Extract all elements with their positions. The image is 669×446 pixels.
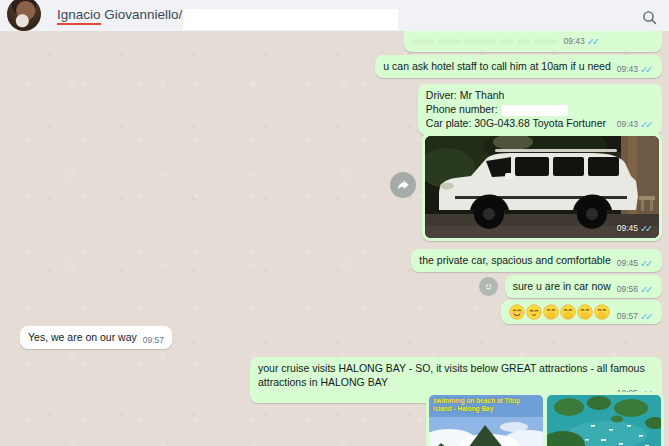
image-caption: swimming on beach at Titop Island - Halo…	[433, 397, 529, 413]
photo-album-message[interactable]: swimming on beach at Titop Island - Halo…	[426, 392, 664, 446]
message-bubble-outgoing[interactable]: sure u are in car now 09:56 ✓✓	[505, 275, 662, 298]
forward-button[interactable]	[390, 172, 416, 198]
message-text: the private car, spacious and comfortabl…	[419, 253, 610, 267]
message-bubble-driver-info[interactable]: Driver: Mr Thanh Phone number: Car plate…	[418, 84, 662, 135]
redacted-message-text: ····· ····· ······· ··· ··· ·····	[412, 34, 558, 48]
message-time: 09:57	[143, 333, 164, 347]
photo-timestamp: 09:45 ✓✓	[617, 221, 654, 235]
message-time: 09:56	[617, 282, 638, 296]
emoji-icon	[594, 304, 610, 320]
phone-line: Phone number:	[426, 102, 606, 116]
forward-arrow-icon	[395, 177, 411, 193]
message-time: 09:43	[617, 117, 638, 131]
bay-photo-illustration	[547, 395, 661, 446]
message-time: 09:43	[617, 62, 638, 76]
message-time: 09:57	[617, 309, 638, 323]
car-plate-line: Car plate: 30G-043.68 Toyota Fortuner	[426, 116, 606, 130]
emoji-icon	[543, 304, 559, 320]
album-image-halong-bay-aerial[interactable]	[547, 395, 661, 446]
car-photo[interactable]: 09:45 ✓✓	[425, 136, 659, 238]
message-time: 09:45	[617, 256, 638, 270]
message-text: u can ask hotel staff to call him at 10a…	[383, 59, 610, 73]
message-bubble-outgoing[interactable]: the private car, spacious and comfortabl…	[411, 249, 662, 272]
emoji-icon	[577, 304, 593, 320]
search-button[interactable]	[639, 7, 659, 27]
emoji-icon	[509, 304, 525, 320]
message-text: sure u are in car now	[513, 279, 611, 293]
read-ticks-icon: ✓✓	[640, 120, 654, 129]
read-ticks-icon: ✓✓	[640, 65, 654, 74]
message-bubble-emoji[interactable]: 09:57 ✓✓	[501, 300, 662, 324]
photo-message-car[interactable]: 09:45 ✓✓	[422, 133, 662, 241]
message-text: Yes, we are on our way	[28, 330, 137, 344]
search-icon	[641, 9, 658, 26]
whatsapp-chat-window: ····· ····· ······· ··· ··· ····· 09:43 …	[0, 0, 669, 446]
read-ticks-icon: ✓✓	[640, 224, 654, 233]
smiley-icon	[482, 280, 495, 293]
message-text: your cruise visits HALONG BAY - SO, it v…	[258, 362, 645, 388]
header-redaction-box	[183, 9, 398, 30]
read-ticks-icon: ✓✓	[640, 285, 654, 294]
phone-number-redaction-box	[502, 105, 568, 116]
react-button[interactable]	[479, 277, 498, 296]
album-image-titop-beach[interactable]: swimming on beach at Titop Island - Halo…	[429, 395, 543, 446]
emoji-icon	[526, 304, 542, 320]
driver-line: Driver: Mr Thanh	[426, 88, 606, 102]
message-bubble-outgoing[interactable]: u can ask hotel staff to call him at 10a…	[375, 55, 662, 78]
emoji-icon	[560, 304, 576, 320]
chat-header[interactable]: Ignacio Giovanniello/23t6/2pax	[0, 0, 669, 31]
read-ticks-icon: ✓✓	[640, 312, 654, 321]
read-ticks-icon: ✓✓	[587, 37, 601, 46]
contact-name-underlined: Ignacio	[57, 7, 101, 25]
contact-avatar[interactable]	[7, 0, 41, 31]
message-bubble-incoming[interactable]: Yes, we are on our way 09:57	[20, 326, 172, 349]
read-ticks-icon: ✓✓	[640, 259, 654, 268]
message-time: 09:43	[564, 34, 585, 48]
